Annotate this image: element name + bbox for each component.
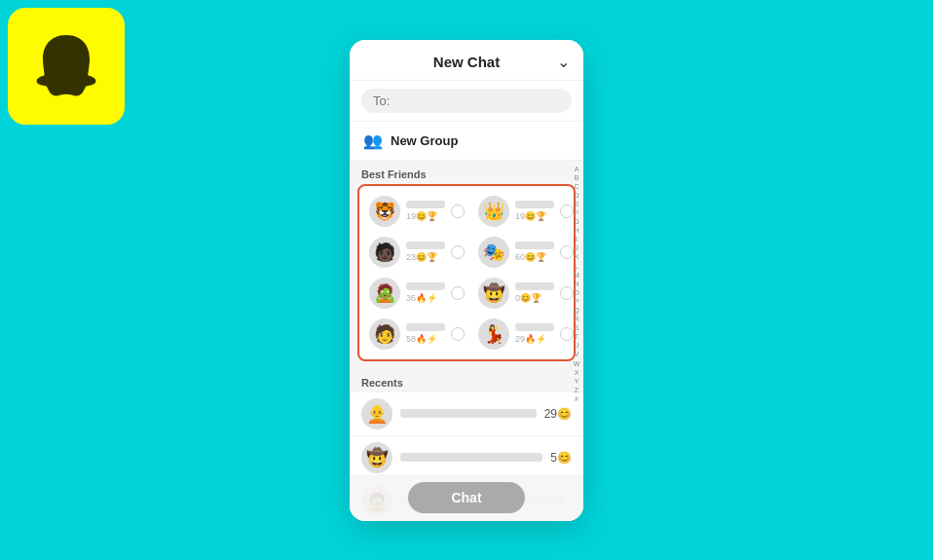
best-friend-item[interactable]: 🧑🏿 23😊🏆 [363,233,470,272]
best-friend-item[interactable]: 💃 29🔥⚡ [472,315,579,354]
recent-name [400,409,537,418]
bf-name [515,323,554,331]
alpha-letter-y[interactable]: Y [575,377,579,386]
bf-check[interactable] [451,286,465,300]
chevron-down-icon[interactable]: ⌄ [557,53,570,71]
alpha-letter-w[interactable]: W [574,359,580,368]
bf-info: 36🔥⚡ [406,282,445,303]
alpha-letter-m[interactable]: M [574,271,579,280]
new-group-label: New Group [391,133,458,148]
recent-name [400,453,542,462]
alpha-letter-u[interactable]: U [574,341,578,350]
bf-info: 0😊🏆 [515,282,554,303]
bf-name [406,282,445,290]
snapchat-logo [8,8,125,125]
alpha-letter-p[interactable]: P [575,297,579,306]
bf-info: 58🔥⚡ [406,323,445,344]
bf-check[interactable] [451,327,465,341]
bf-avatar: 🧟 [369,278,400,309]
alpha-letter-s[interactable]: S [575,323,579,332]
bf-name [406,242,445,249]
bf-name [406,201,445,208]
best-friends-box: 🐯 19😊🏆 👑 19😊🏆 🧑🏿 23😊🏆 🎭 [357,184,576,361]
bf-avatar: 👑 [478,196,509,227]
best-friend-item[interactable]: 👑 19😊🏆 [472,192,579,231]
bf-meta: 58🔥⚡ [406,334,445,344]
alpha-letter-o[interactable]: O [574,288,578,297]
bf-info: 23😊🏆 [406,242,445,262]
bf-meta: 0😊🏆 [515,293,554,303]
bf-meta: 19😊🏆 [406,211,445,221]
alpha-letter-r[interactable]: R [574,315,578,323]
bf-name [406,323,445,331]
bf-info: 29🔥⚡ [515,323,554,344]
best-friend-item[interactable]: 🧑 58🔥⚡ [363,315,470,354]
bf-avatar: 🐯 [369,196,400,227]
phone-panel: New Chat ⌄ 👥 New Group ABCDEFGHIJKLMNOPQ… [350,40,583,521]
alpha-sidebar: ABCDEFGHIJKLMNOPQRSTUVWXYZ# [570,161,583,521]
bf-meta: 23😊🏆 [406,252,445,262]
alpha-letter-d[interactable]: D [574,191,578,200]
alpha-letter-f[interactable]: F [575,208,578,217]
bf-info: 60😊🏆 [515,242,554,262]
alpha-letter-c[interactable]: C [574,182,578,191]
search-input[interactable] [361,89,572,113]
bf-meta: 60😊🏆 [515,252,554,262]
best-friend-item[interactable]: 🎭 60😊🏆 [472,233,579,272]
panel-header: New Chat ⌄ [350,40,583,81]
bf-info: 19😊🏆 [406,201,445,221]
alpha-letter-h[interactable]: H [574,226,578,235]
bf-name [515,282,554,290]
recent-item[interactable]: 🧑‍🦲 29😊 [350,392,583,436]
alpha-letter-t[interactable]: T [575,332,578,341]
alpha-letter-g[interactable]: G [574,217,578,226]
alpha-letter-n[interactable]: N [574,280,578,288]
recent-count: 5😊 [550,451,572,465]
alpha-letter-v[interactable]: V [575,350,579,358]
recents-label: Recents [350,369,583,392]
best-friend-item[interactable]: 🤠 0😊🏆 [472,274,579,313]
panel-scroll: ABCDEFGHIJKLMNOPQRSTUVWXYZ# Best Friends… [350,161,583,521]
bf-meta: 29🔥⚡ [515,334,554,344]
alpha-letter-#[interactable]: # [575,394,578,403]
bf-meta: 19😊🏆 [515,211,554,221]
recent-avatar: 🤠 [361,442,392,473]
alpha-letter-z[interactable]: Z [575,386,578,394]
bf-info: 19😊🏆 [515,201,554,221]
chat-button[interactable]: Chat [408,482,525,513]
bf-avatar: 💃 [478,318,509,350]
bf-grid: 🐯 19😊🏆 👑 19😊🏆 🧑🏿 23😊🏆 🎭 [363,192,570,354]
alpha-letter-i[interactable]: I [576,235,578,243]
new-group-icon: 👥 [363,131,383,150]
bf-meta: 36🔥⚡ [406,293,445,303]
best-friends-label: Best Friends [350,161,583,184]
new-group-row[interactable]: 👥 New Group [350,122,583,161]
alpha-letter-k[interactable]: K [575,252,579,261]
alpha-letter-a[interactable]: A [575,165,579,173]
alpha-letter-j[interactable]: J [575,243,578,252]
bf-avatar: 🎭 [478,237,509,268]
chat-button-overlay: Chat [350,474,583,521]
alpha-letter-q[interactable]: Q [574,306,578,315]
bf-check[interactable] [451,205,465,218]
best-friend-item[interactable]: 🐯 19😊🏆 [363,192,470,231]
bf-check[interactable] [451,245,465,259]
search-bar [350,81,583,122]
recent-avatar: 🧑‍🦲 [361,398,392,429]
recent-count: 29😊 [544,407,572,421]
bf-avatar: 🧑 [369,318,400,350]
alpha-letter-e[interactable]: E [575,200,579,208]
bf-name [515,201,554,208]
best-friend-item[interactable]: 🧟 36🔥⚡ [363,274,470,313]
panel-title: New Chat [433,54,500,70]
bf-avatar: 🧑🏿 [369,237,400,268]
alpha-letter-l[interactable]: L [575,262,578,271]
bf-avatar: 🤠 [478,278,509,309]
alpha-letter-x[interactable]: X [575,368,579,377]
bf-name [515,242,554,249]
alpha-letter-b[interactable]: B [575,173,579,182]
